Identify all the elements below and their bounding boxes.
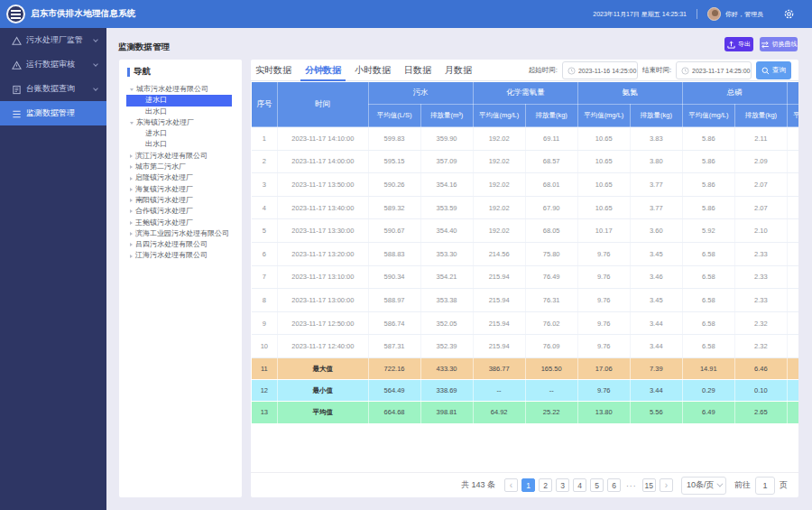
page-button-5[interactable]: 5 [590,478,604,492]
tree-node-label: 吕四污水处理有限公司 [135,239,208,250]
tree-node-label: 城市第二污水厂 [135,162,186,172]
table-row: 92023-11-17 12:50:00586.74352.05215.9476… [252,311,799,335]
page-button-2[interactable]: 2 [539,478,552,492]
end-time-input[interactable]: 2023-11-17 14:25:00 [676,61,752,79]
tree-node-13[interactable]: 王鲍镇污水处理厂 [119,218,242,228]
prev-page-button[interactable]: ‹ [504,478,518,492]
export-button[interactable]: 导出 [724,37,753,51]
tree-node-8[interactable]: 城市第二污水厂 [119,162,242,172]
search-button[interactable]: 查询 [756,61,791,79]
header-datetime: 2023年11月17日 星期五 14:25:31 [593,10,687,19]
sidebar-item-label: 台账数据查询 [26,83,75,95]
table-row: 12023-11-17 14:10:00599.83359.90192.0269… [252,127,799,151]
total-count: 共 143 条 [461,479,495,491]
tree-node-15[interactable]: 吕四污水处理有限公司 [119,239,242,250]
goto-page-input[interactable]: 1 [755,477,775,495]
sub-header: 平均值(mg/L) [787,105,798,127]
summary-row-最大值: 11最大值722.16433.30386.77165.5017.067.3914… [252,357,799,379]
sidebar-item-3[interactable]: 台账数据查询 [0,77,106,101]
table-row: 82023-11-17 13:00:00588.97353.38215.9476… [252,289,799,312]
group-header: 化学需氧量 [473,82,577,105]
page-button-6[interactable]: 6 [607,478,621,492]
col-header-序号: 序号 [252,82,278,127]
plant-monitor-icon [12,36,21,45]
sub-header: 排放量(kg) [734,105,787,127]
sub-header: 平均值(L/S) [368,105,420,127]
tree-node-5[interactable]: 进水口 [119,128,242,139]
pagination-bar: 共 143 条 ‹ 123456···15 › 10条/页 前往 1 页 [251,472,798,497]
tree-node-12[interactable]: 合作镇污水处理厂 [119,206,242,217]
page-title: 监测数据管理 [118,42,170,53]
sidebar-item-4[interactable]: 监测数据管理 [0,101,106,125]
tab-日数据[interactable]: 日数据 [404,60,431,81]
page-button-4[interactable]: 4 [573,478,586,492]
page-button-3[interactable]: 3 [556,478,569,492]
chevron-down-icon [716,481,723,487]
tree-caret-icon [130,154,133,158]
sidebar-item-2[interactable]: 运行数据审核 [0,52,106,77]
gear-icon[interactable] [783,8,795,20]
sub-header: 平均值(mg/L) [473,105,525,127]
sub-header: 排放量(kg) [630,105,682,127]
tree-node-1[interactable]: 城市污水处理有限公司 [119,84,242,95]
tree-node-6[interactable]: 出水口 [119,139,242,150]
tree-node-4[interactable]: 东海镇污水处理厂 [119,117,242,128]
tree-node-label: 城市污水处理有限公司 [136,84,208,95]
tree-node-2[interactable]: 进水口 [126,95,232,106]
tree-node-label: 进水口 [145,95,167,106]
next-page-button[interactable]: › [660,478,673,492]
start-time-label: 起始时间: [529,66,558,75]
tab-分钟数据[interactable]: 分钟数据 [305,60,341,81]
switch-curve-button[interactable]: 切换曲线 [760,37,798,51]
tab-月数据[interactable]: 月数据 [445,60,472,81]
tree-node-label: 南阳镇污水处理厂 [135,195,193,206]
chevron-down-icon [93,37,98,42]
group-header: 氨氮 [577,82,682,105]
user-greeting: 你好，管理员 [725,10,763,19]
sub-header: 平均值(mg/L) [577,105,630,127]
page-button-···[interactable]: ··· [624,478,639,492]
top-header-bar: 启东市供排水地理信息系统 2023年11月17日 星期五 14:25:31 你好… [0,0,812,28]
tab-小时数据[interactable]: 小时数据 [355,60,391,81]
tree-node-14[interactable]: 滨海工业园污水处理有限公司 [119,228,242,239]
page-button-15[interactable]: 15 [642,478,656,492]
tree-node-label: 东海镇污水处理厂 [136,117,194,128]
tree-caret-icon [130,199,133,202]
tree-node-9[interactable]: 启隆镇污水处理厂 [119,172,242,183]
sub-header: 排放量(kg) [525,105,577,127]
data-table: 序号时间污水化学需氧量氨氮总磷平均值(L/S)排放量(m³)平均值(mg/L)排… [251,81,798,424]
tree-caret-icon [130,221,133,225]
plant-tree: 城市污水处理有限公司进水口出水口东海镇污水处理厂进水口出水口滨江污水处理有限公司… [119,84,242,262]
sidebar-item-label: 运行数据审核 [26,59,75,70]
tree-node-10[interactable]: 海复镇污水处理厂 [119,184,242,195]
col-header-时间: 时间 [278,82,368,127]
sub-header: 排放量(m³) [420,105,473,127]
monitor-data-icon [12,109,21,118]
tree-node-11[interactable]: 南阳镇污水处理厂 [119,195,242,206]
nav-accent-bar [127,68,130,77]
tab-实时数据[interactable]: 实时数据 [255,60,291,81]
tree-node-label: 王鲍镇污水处理厂 [135,218,193,228]
tree-node-label: 江海污水处理有限公司 [135,250,208,261]
page-button-1[interactable]: 1 [521,478,535,492]
sidebar-item-1[interactable]: 污水处理厂监管 [0,28,106,52]
sub-header: 平均值(mg/L) [682,105,734,127]
tree-node-7[interactable]: 滨江污水处理有限公司 [119,151,242,162]
page-size-select[interactable]: 10条/页 [681,477,726,495]
goto-suffix: 页 [780,479,788,491]
chevron-down-icon [93,86,98,91]
start-time-input[interactable]: 2023-11-16 14:25:00 [562,61,638,79]
summary-row-最小值: 12最小值564.49338.69----9.763.440.290.10 [252,380,799,402]
tree-caret-icon [130,122,134,125]
table-row: 72023-11-17 13:10:00590.34354.21215.9476… [252,265,799,289]
table-row: 102023-11-17 12:40:00587.31352.39215.947… [252,335,799,358]
tree-node-3[interactable]: 出水口 [119,107,242,117]
tree-caret-icon [130,177,133,181]
tree-node-label: 滨海工业园污水处理有限公司 [135,228,229,239]
tree-caret-icon [130,88,134,91]
export-icon [727,41,735,49]
tree-node-label: 出水口 [145,107,167,117]
app-title: 启东市供排水地理信息系统 [31,8,135,20]
data-audit-icon [12,60,21,70]
tree-node-16[interactable]: 江海污水处理有限公司 [119,250,242,261]
